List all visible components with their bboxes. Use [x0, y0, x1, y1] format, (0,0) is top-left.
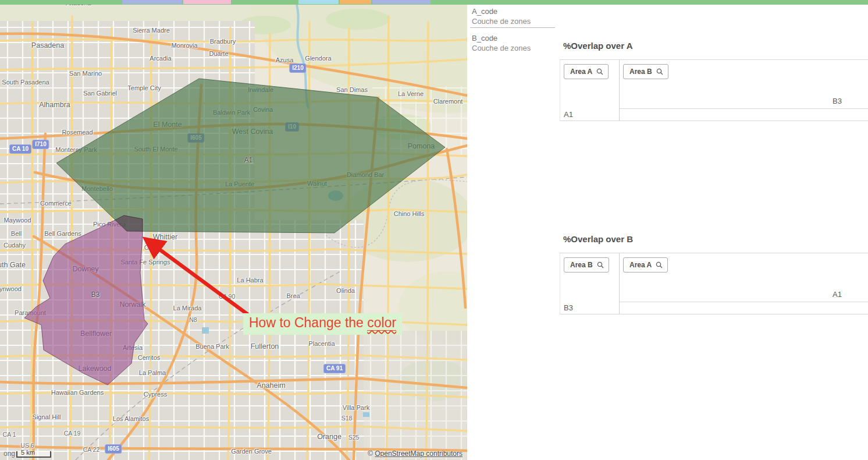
map-attribution: © OpenStreetMap contributors	[368, 450, 463, 458]
map-overlay-layer	[0, 5, 467, 460]
search-icon	[656, 68, 663, 75]
map-scale-control: ong5 km	[3, 450, 51, 458]
filter-subtitle: Couche de zones	[472, 43, 556, 53]
annotation-text: How to Change the	[249, 315, 367, 330]
tab-segment[interactable]	[340, 0, 371, 4]
copyright-symbol: ©	[368, 450, 375, 458]
tab-segment[interactable]	[372, 0, 431, 4]
filter-pane-a-code[interactable]: A_code Couche de zones	[470, 6, 558, 26]
pivot-column-header-cell: Area B B3	[620, 60, 868, 109]
row-dimension-button[interactable]: Area A	[564, 64, 609, 79]
pivot-corner-cell: Area A	[560, 60, 620, 109]
tab-segment[interactable]	[298, 0, 339, 4]
dimension-label: Area A	[570, 68, 592, 76]
dimension-label: Area B	[629, 68, 652, 76]
search-icon	[597, 261, 604, 268]
row-dimension-button[interactable]: Area B	[564, 257, 609, 273]
cut-map-label: ong	[3, 450, 15, 458]
annotation-underlined-word: color	[367, 315, 396, 331]
dimension-label: Area B	[570, 261, 593, 269]
map-panel[interactable]: AltadenaSierra MadrePasadenaMonroviaBrad…	[0, 5, 467, 460]
search-icon	[656, 261, 663, 268]
filter-pane-b-code[interactable]: B_code Couche de zones	[470, 33, 558, 53]
annotation-note: How to Change the color	[243, 313, 402, 335]
tab-segment[interactable]	[183, 0, 231, 4]
zone-B3[interactable]	[24, 215, 148, 385]
zone-A1[interactable]	[56, 79, 445, 233]
row-value[interactable]: A1	[560, 109, 620, 121]
scale-label: 5 km	[21, 449, 35, 456]
column-value[interactable]: A1	[833, 290, 842, 299]
osm-attribution-link[interactable]: OpenStreetMap contributors	[375, 450, 463, 458]
pivot-table-overlap-b: %Overlap over B Area B Area A	[560, 234, 868, 314]
column-dimension-button[interactable]: Area A	[623, 257, 668, 273]
pivot-table-overlap-a: %Overlap over A Area A Area B	[560, 41, 868, 121]
scale-bar: 5 km	[16, 451, 51, 458]
pivot-grid: Area B Area A A	[560, 253, 868, 314]
pivot-grid: Area A Area B B	[560, 59, 868, 121]
table-title: %Overlap over B	[563, 234, 868, 245]
filter-subtitle: Couche de zones	[472, 16, 556, 26]
filter-divider	[470, 27, 555, 28]
red-arrow	[147, 240, 250, 316]
data-cell	[620, 302, 868, 314]
column-dimension-button[interactable]: Area B	[623, 64, 668, 79]
data-cell	[620, 109, 868, 121]
table-title: %Overlap over A	[563, 41, 868, 51]
pivot-column-header-cell: Area A A1	[620, 253, 868, 302]
dimension-label: Area A	[629, 261, 652, 269]
browser-tab-strip	[0, 0, 868, 5]
right-panel: A_code Couche de zones B_code Couche de …	[467, 5, 868, 460]
pivot-corner-cell: Area B	[560, 253, 620, 302]
search-icon	[596, 68, 603, 75]
column-value[interactable]: B3	[833, 97, 842, 105]
filter-title: B_code	[472, 33, 556, 43]
filter-title: A_code	[472, 6, 556, 16]
tab-segment[interactable]	[122, 0, 182, 4]
row-value[interactable]: B3	[560, 302, 620, 314]
qlik-sheet: AltadenaSierra MadrePasadenaMonroviaBrad…	[0, 0, 868, 460]
